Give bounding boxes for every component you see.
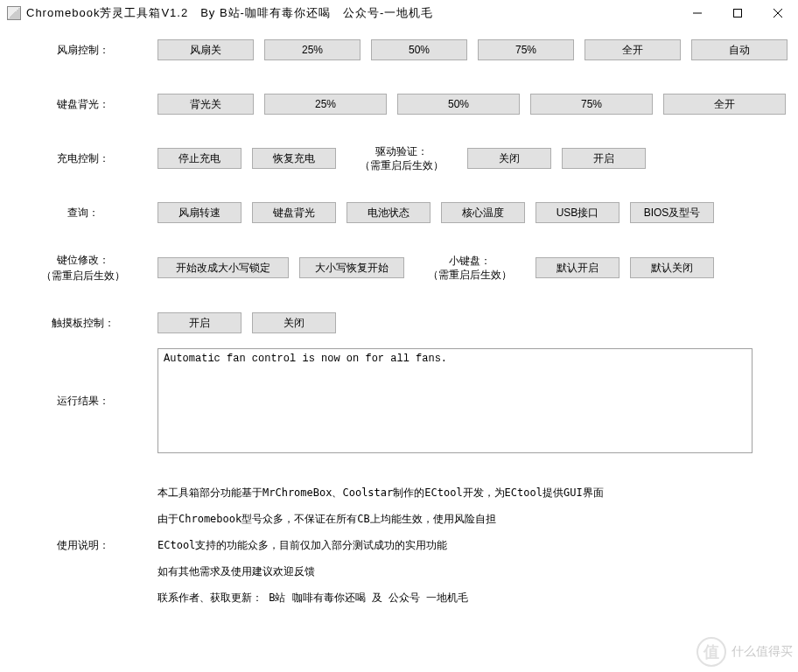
svg-rect-1: [734, 10, 742, 18]
close-button[interactable]: [758, 0, 798, 26]
query-row: 查询： 风扇转速 键盘背光 电池状态 核心温度 USB接口 BIOS及型号: [9, 198, 789, 228]
instructions-row: 使用说明： 本工具箱部分功能基于MrChromeBox、Coolstar制作的E…: [9, 480, 789, 611]
watermark-icon: 值: [696, 637, 726, 667]
titlebar: Chromebook芳灵工具箱V1.2 By B站-咖啡有毒你还喝 公众号-一地…: [0, 0, 798, 26]
numpad-default-off-button[interactable]: 默认关闭: [630, 257, 714, 278]
numpad-default-on-button[interactable]: 默认开启: [536, 257, 620, 278]
instruction-line: ECtool支持的功能众多，目前仅加入部分测试成功的实用功能: [158, 532, 752, 558]
charge-resume-button[interactable]: 恢复充电: [252, 148, 336, 169]
keymod-row: 键位修改： （需重启后生效） 开始改成大小写锁定 大小写恢复开始 小键盘： （需…: [9, 252, 789, 284]
kb-75-button[interactable]: 75%: [530, 94, 653, 115]
touchpad-off-button[interactable]: 关闭: [252, 312, 336, 333]
query-bios-button[interactable]: BIOS及型号: [630, 202, 714, 223]
maximize-button[interactable]: [718, 0, 758, 26]
app-icon: [7, 6, 21, 20]
instruction-line: 本工具箱部分功能基于MrChromeBox、Coolstar制作的ECtool开…: [158, 480, 752, 506]
fan-auto-button[interactable]: 自动: [691, 39, 788, 60]
fan-full-button[interactable]: 全开: [584, 39, 681, 60]
kb-50-button[interactable]: 50%: [397, 94, 520, 115]
result-row: 运行结果： Automatic fan control is now on fo…: [9, 348, 789, 453]
minimize-button[interactable]: [677, 0, 718, 26]
driver-verify-off-button[interactable]: 关闭: [467, 148, 551, 169]
instruction-line: 联系作者、获取更新： B站 咖啡有毒你还喝 及 公众号 一地机毛: [158, 584, 752, 611]
driver-verify-on-button[interactable]: 开启: [562, 148, 646, 169]
instructions-label: 使用说明：: [9, 537, 158, 553]
touchpad-row: 触摸板控制： 开启 关闭: [9, 308, 789, 338]
fan-25-button[interactable]: 25%: [264, 39, 360, 60]
kb-25-button[interactable]: 25%: [264, 94, 387, 115]
instruction-line: 如有其他需求及使用建议欢迎反馈: [158, 558, 752, 584]
charge-stop-button[interactable]: 停止充电: [158, 148, 242, 169]
fan-control-label: 风扇控制：: [9, 42, 158, 58]
caps-lock-button[interactable]: 开始改成大小写锁定: [158, 257, 289, 278]
kb-off-button[interactable]: 背光关: [158, 94, 254, 115]
query-usb-button[interactable]: USB接口: [536, 202, 620, 223]
keyboard-backlight-label: 键盘背光：: [9, 96, 158, 112]
kb-full-button[interactable]: 全开: [663, 94, 786, 115]
charge-control-row: 充电控制： 停止充电 恢复充电 驱动验证： （需重启后生效） 关闭 开启: [9, 144, 789, 173]
query-label: 查询：: [9, 205, 158, 220]
charge-control-label: 充电控制：: [9, 150, 158, 166]
window-controls: [677, 0, 798, 26]
fan-75-button[interactable]: 75%: [478, 39, 574, 60]
instruction-line: 由于Chromebook型号众多，不保证在所有CB上均能生效，使用风险自担: [158, 506, 752, 532]
result-output[interactable]: Automatic fan control is now on for all …: [158, 348, 752, 453]
fan-control-row: 风扇控制： 风扇关 25% 50% 75% 全开 自动: [9, 35, 789, 65]
query-fan-button[interactable]: 风扇转速: [158, 202, 242, 223]
result-label: 运行结果：: [9, 393, 158, 409]
query-battery-button[interactable]: 电池状态: [346, 202, 430, 223]
touchpad-on-button[interactable]: 开启: [158, 312, 242, 333]
keyboard-backlight-row: 键盘背光： 背光关 25% 50% 75% 全开: [9, 89, 789, 119]
query-temp-button[interactable]: 核心温度: [441, 202, 525, 223]
touchpad-label: 触摸板控制：: [9, 315, 158, 331]
instructions-text: 本工具箱部分功能基于MrChromeBox、Coolstar制作的ECtool开…: [158, 480, 752, 611]
watermark: 值 什么值得买: [696, 637, 793, 667]
driver-verify-label: 驱动验证： （需重启后生效）: [346, 144, 457, 172]
window-title: Chromebook芳灵工具箱V1.2 By B站-咖啡有毒你还喝 公众号-一地…: [26, 5, 433, 21]
caps-restore-button[interactable]: 大小写恢复开始: [299, 257, 404, 278]
fan-off-button[interactable]: 风扇关: [158, 39, 254, 60]
watermark-text: 什么值得买: [732, 644, 793, 660]
numpad-label: 小键盘： （需重启后生效）: [415, 254, 525, 282]
keymod-label: 键位修改： （需重启后生效）: [9, 252, 158, 284]
query-kb-button[interactable]: 键盘背光: [252, 202, 336, 223]
fan-50-button[interactable]: 50%: [371, 39, 467, 60]
